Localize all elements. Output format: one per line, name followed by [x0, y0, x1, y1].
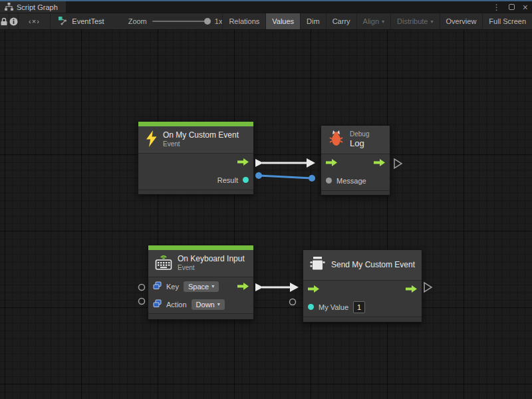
lock-icon: [0, 17, 8, 26]
node-body: Key Space ▾ A: [148, 277, 253, 313]
bug-icon: [328, 130, 344, 150]
maximize-icon[interactable]: [509, 4, 515, 10]
node-header: Send My Custom Event: [303, 250, 422, 280]
toolbar-toggles: Relations Values Dim Carry Align ▾ Distr…: [222, 13, 532, 29]
node-on-keyboard-input[interactable]: On Keyboard Input Event Key Space ▾: [148, 245, 254, 320]
node-debug-log[interactable]: Debug Log Message: [321, 125, 390, 196]
full-screen-button[interactable]: Full Screen: [482, 13, 532, 29]
message-value-port[interactable]: [326, 178, 332, 184]
unconnected-port-icon: [290, 299, 296, 305]
node-body: Message: [321, 154, 390, 190]
lightning-bolt-icon: [145, 130, 158, 150]
node-header: On My Custom Event Event: [138, 126, 253, 153]
zoom-value: 1x: [215, 17, 223, 25]
node-title: On My Custom Event: [163, 130, 239, 140]
tab-script-graph[interactable]: Script Graph: [0, 1, 66, 13]
zoom-control: Zoom 1x: [128, 17, 223, 25]
custom-event-machine-icon: [310, 256, 326, 274]
node-title: On Keyboard Input: [178, 254, 245, 264]
chevron-down-icon: ▾: [382, 19, 384, 25]
flow-wire-keyboard-to-sendevent: [255, 283, 299, 292]
node-subtitle: Event: [178, 264, 245, 273]
zoom-slider-handle[interactable]: [204, 18, 211, 25]
result-value-port[interactable]: [243, 177, 249, 183]
graph-ref-icon: [59, 17, 68, 27]
port-label-result: Result: [217, 176, 238, 184]
node-title: Log: [350, 138, 369, 149]
graph-name: EventTest: [72, 17, 104, 25]
kebab-menu-icon[interactable]: ⋮: [493, 3, 501, 11]
values-toggle[interactable]: Values: [265, 13, 300, 29]
chevron-down-icon: ▾: [217, 301, 220, 307]
node-footer: [303, 317, 422, 322]
node-on-my-custom-event[interactable]: On My Custom Event Event Result: [138, 121, 254, 195]
tab-label: Script Graph: [17, 3, 58, 11]
node-subtitle: Event: [163, 140, 239, 149]
inline-value-icon: [153, 299, 162, 311]
graph-hierarchy-icon: [5, 3, 13, 12]
node-body: Result: [138, 153, 253, 190]
wire-layer: [0, 30, 532, 399]
action-dropdown[interactable]: Down ▾: [192, 299, 225, 310]
flow-input-port[interactable]: [326, 159, 337, 166]
distribute-menu[interactable]: Distribute ▾: [390, 13, 439, 29]
flow-continuation-icon: [394, 159, 402, 168]
key-dropdown[interactable]: Space ▾: [184, 281, 219, 292]
flow-output-port[interactable]: [374, 159, 385, 166]
node-title: Send My Custom Event: [331, 260, 415, 270]
info-icon: [9, 17, 18, 26]
chevron-down-icon: ▾: [211, 283, 214, 289]
unconnected-port-icon: [139, 299, 145, 305]
node-footer: [138, 190, 253, 194]
carry-toggle[interactable]: Carry: [326, 13, 356, 29]
node-header: Debug Log: [321, 126, 390, 154]
inline-value-icon: [153, 281, 162, 293]
node-body: My Value: [303, 280, 422, 317]
keyboard-icon: [155, 253, 172, 273]
value-wire-result-to-message: [255, 172, 315, 182]
unconnected-port-icon: [139, 285, 145, 291]
lock-button[interactable]: [0, 13, 9, 29]
node-footer: [148, 313, 253, 319]
graph-canvas[interactable]: On My Custom Event Event Result: [0, 30, 532, 399]
event-accent-bar: [148, 245, 253, 250]
relations-toggle[interactable]: Relations: [222, 13, 265, 29]
flow-output-port[interactable]: [237, 283, 249, 290]
window-controls: ⋮ ×: [493, 1, 528, 13]
overview-button[interactable]: Overview: [440, 13, 483, 29]
align-menu[interactable]: Align ▾: [356, 13, 390, 29]
node-kind: Debug: [350, 130, 369, 139]
flow-wire-customevent-to-log: [255, 158, 315, 168]
flow-output-port[interactable]: [406, 285, 417, 293]
zoom-slider[interactable]: [152, 21, 209, 22]
graph-toolbar: ‹×› EventTest Zoom 1x Relations Values: [0, 13, 532, 30]
flow-continuation-icon: [424, 283, 432, 292]
info-button[interactable]: [9, 13, 19, 29]
script-graph-window: Script Graph ⋮ × ‹×›: [0, 0, 532, 399]
port-label-key: Key: [166, 283, 179, 291]
close-icon[interactable]: ×: [523, 3, 528, 12]
node-footer: [321, 190, 390, 195]
zoom-label: Zoom: [128, 17, 147, 25]
node-header: On Keyboard Input Event: [148, 250, 253, 277]
dim-toggle[interactable]: Dim: [300, 13, 326, 29]
my-value-port[interactable]: [308, 304, 314, 310]
node-send-my-custom-event[interactable]: Send My Custom Event My Value: [303, 249, 422, 323]
flow-input-port[interactable]: [308, 285, 319, 293]
chevron-down-icon: ▾: [431, 19, 434, 25]
port-label-message: Message: [336, 177, 366, 185]
tab-bar: Script Graph ⋮ ×: [0, 1, 532, 13]
port-label-action: Action: [166, 301, 187, 309]
graph-breadcrumb[interactable]: EventTest: [51, 17, 110, 27]
my-value-input[interactable]: [353, 301, 365, 313]
port-label-my-value: My Value: [319, 303, 348, 311]
event-accent-bar: [138, 122, 253, 126]
flow-output-port[interactable]: [237, 158, 249, 166]
code-view-button[interactable]: ‹×›: [19, 13, 51, 29]
